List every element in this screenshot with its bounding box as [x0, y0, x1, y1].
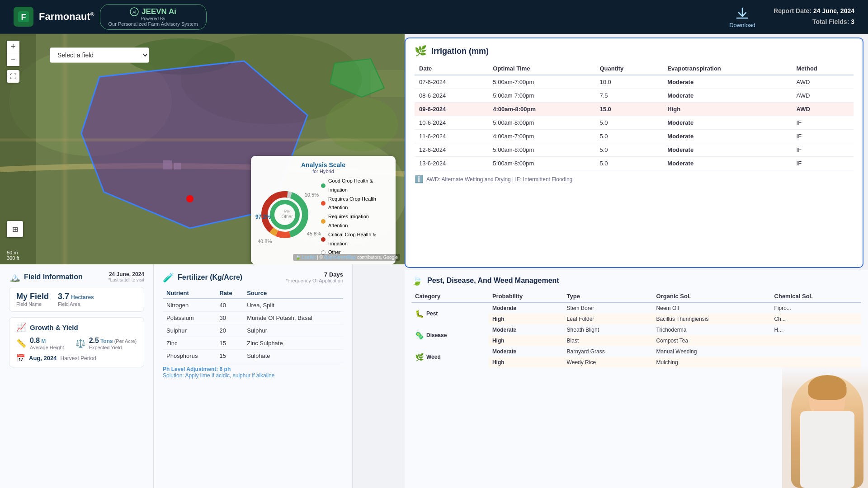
field-select[interactable]: Select a field: [50, 47, 149, 63]
irrigation-table: Date Optimal Time Quantity Evapotranspir…: [415, 62, 854, 170]
irr-evap: Moderate: [663, 116, 792, 130]
jeevn-badge: Ai JEEVN Ai Powered By Our Personalized …: [100, 4, 207, 30]
pest-row: 🦠 Disease Moderate Sheath Blight Trichod…: [411, 324, 861, 335]
irr-row: 12-6-2024 5:00am-8:00pm 5.0 Moderate IF: [415, 143, 854, 157]
analysis-body: 97.2% 10.5% 45.8% 5% Other 40.8%: [258, 177, 389, 257]
field-name-stat: My Field Field Name: [16, 292, 49, 307]
layer-button[interactable]: ⊞: [7, 221, 23, 237]
irr-time: 4:00am-8:00pm: [488, 103, 595, 116]
irr-method: IF: [792, 143, 854, 157]
svg-point-17: [264, 194, 305, 235]
irr-qty: 7.5: [595, 89, 663, 103]
fullscreen-button[interactable]: ⛶: [7, 70, 19, 83]
jeevn-title: JEEVN Ai: [142, 7, 176, 16]
irr-time: 5:00am-8:00pm: [488, 143, 595, 157]
irr-method: AWD: [792, 89, 854, 103]
header: F Farmonaut® Ai JEEVN Ai Powered By Our …: [0, 0, 868, 34]
fert-rate: 15: [216, 350, 243, 362]
jeevn-subtitle: Our Personalized Farm Advisory System: [108, 21, 198, 27]
total-fields: 3: [851, 18, 854, 25]
pest-chemical: Ch...: [771, 314, 861, 324]
pest-organic: Trichoderma: [653, 324, 771, 335]
pest-prob: Moderate: [489, 302, 563, 314]
pest-type: Leaf Folder: [563, 314, 653, 324]
fert-nutrient: Sulphur: [163, 324, 216, 337]
download-button[interactable]: Download: [729, 5, 755, 28]
svg-rect-12: [163, 160, 172, 169]
fert-source: Sulphur: [243, 324, 343, 337]
pest-organic: Bacillus Thuringiensis: [653, 314, 771, 324]
pest-panel: 🍃 Pest, Disease, And Weed Management Cat…: [405, 270, 868, 488]
solution-note: Solution: Apply lime if acidic, sulphur …: [163, 372, 343, 379]
fertilizer-panel: 🧪 Fertilizer (Kg/Acre) 7 Days *Frequency…: [154, 264, 353, 488]
pest-prob: High: [489, 335, 563, 346]
irr-date: 13-6-2024: [415, 157, 488, 170]
svg-rect-13: [174, 163, 181, 169]
donut-chart: 97.2% 10.5% 45.8% 5% Other 40.8%: [258, 188, 316, 246]
irr-evap: Moderate: [663, 75, 792, 89]
analysis-title: Analysis Scale: [258, 161, 389, 169]
zoom-in-button[interactable]: +: [7, 41, 19, 53]
pest-row: 🐛 Pest Moderate Stem Borer Neem Oil Fipr…: [411, 302, 861, 314]
pest-chemical: Fipro...: [771, 302, 861, 314]
fert-source: Zinc Sulphate: [243, 337, 343, 350]
irr-row: 07-6-2024 5:00am-7:00pm 10.0 Moderate AW…: [415, 75, 854, 89]
pest-tbody: 🐛 Pest Moderate Stem Borer Neem Oil Fipr…: [411, 302, 861, 368]
app-name: Farmonaut®: [39, 11, 94, 23]
irr-qty: 10.0: [595, 75, 663, 89]
harvest-row: 📅 Aug, 2024 Harvest Period: [16, 354, 137, 362]
irrigation-title: 🌿 Irrigation (mm): [415, 45, 854, 57]
scale-bar: 50 m 300 ft: [7, 250, 19, 261]
pest-col-organic: Organic Sol.: [653, 291, 771, 302]
donut-97-label: 97.2%: [255, 214, 271, 220]
fertilizer-table: Nutrient Rate Source Nitrogen 40 Urea, S…: [163, 288, 343, 362]
pest-col-prob: Probability: [489, 291, 563, 302]
report-info: Report Date: 24 June, 2024 Total Fields:…: [774, 6, 854, 28]
irr-method: IF: [792, 116, 854, 130]
field-date: 24 June, 2024 *Last satellite visit: [108, 271, 144, 282]
main-content: + − ⛶ Select a field ⊞ 50 m 30: [0, 34, 868, 488]
analysis-subtitle: for Hybrid: [258, 169, 389, 174]
pest-category: 🌿 Weed: [411, 346, 489, 368]
zoom-controls: + −: [7, 41, 19, 66]
svg-text:Ai: Ai: [132, 10, 136, 14]
irr-col-method: Method: [792, 62, 854, 75]
field-info-panel: 🏔️ Field Information 24 June, 2024 *Last…: [0, 264, 154, 488]
irr-evap: Moderate: [663, 157, 792, 170]
fert-source: Muriate Of Potash, Basal: [243, 312, 343, 324]
svg-point-15: [186, 195, 193, 202]
right-column: 🌿 Irrigation (mm) Date Optimal Time Quan…: [405, 34, 868, 488]
svg-point-5: [9, 47, 172, 156]
growth-section: 📈 Growth & Yield 📏 0.8 M Average Hei: [9, 317, 144, 367]
irr-time: 5:00am-7:00pm: [488, 89, 595, 103]
pest-chemical: [771, 357, 861, 368]
irr-col-date: Date: [415, 62, 488, 75]
field-info-header: 🏔️ Field Information 24 June, 2024 *Last…: [9, 271, 144, 282]
irr-method: AWD: [792, 103, 854, 116]
pest-prob: High: [489, 314, 563, 324]
irr-footer: ℹ️ AWD: Alternate Wetting and Drying | I…: [415, 175, 854, 183]
map-attribution: 🍃 Leaflet | © OpenStreetMap contributors…: [293, 254, 400, 261]
irr-qty: 5.0: [595, 116, 663, 130]
bottom-panels: 🏔️ Field Information 24 June, 2024 *Last…: [0, 264, 405, 488]
fert-row: Nitrogen 40 Urea, Split: [163, 299, 343, 312]
fert-source: Urea, Split: [243, 299, 343, 312]
analysis-panel: Analysis Scale for Hybrid: [251, 156, 396, 264]
analysis-legend: Good Crop Health & Irrigation Requires C…: [321, 177, 389, 257]
svg-rect-11: [371, 70, 405, 97]
zoom-out-button[interactable]: −: [7, 53, 19, 66]
pest-col-chemical: Chemical Sol.: [771, 291, 861, 302]
irr-date: 10-6-2024: [415, 116, 488, 130]
irr-evap: Moderate: [663, 143, 792, 157]
irr-row: 11-6-2024 4:00am-7:00pm 5.0 Moderate IF: [415, 130, 854, 143]
irr-row: 10-6-2024 5:00am-8:00pm 5.0 Moderate IF: [415, 116, 854, 130]
irrigation-panel: 🌿 Irrigation (mm) Date Optimal Time Quan…: [405, 38, 863, 268]
pest-type: Weedy Rice: [563, 357, 653, 368]
pest-prob: Moderate: [489, 324, 563, 335]
irr-method: AWD: [792, 75, 854, 89]
irr-time: 5:00am-8:00pm: [488, 116, 595, 130]
pest-type: Barnyard Grass: [563, 346, 653, 357]
height-stat: 📏 0.8 M Average Height: [16, 337, 64, 350]
fert-nutrient: Nitrogen: [163, 299, 216, 312]
fert-rate: 20: [216, 324, 243, 337]
